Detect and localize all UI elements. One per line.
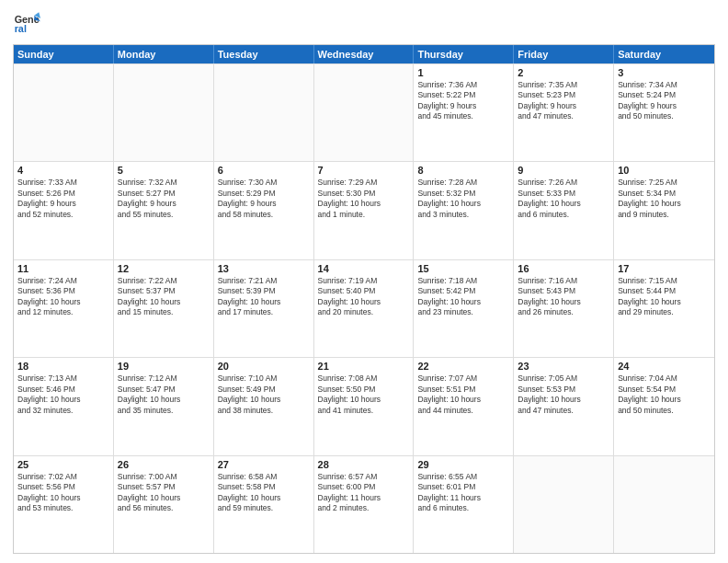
- day-info: Sunrise: 7:24 AM Sunset: 5:36 PM Dayligh…: [17, 276, 109, 318]
- day-info: Sunrise: 6:55 AM Sunset: 6:01 PM Dayligh…: [417, 472, 509, 514]
- day-number: 16: [518, 263, 609, 274]
- calendar-cell: 27Sunrise: 6:58 AM Sunset: 5:58 PM Dayli…: [214, 456, 314, 553]
- day-number: 11: [17, 263, 109, 274]
- calendar-cell: [14, 64, 114, 161]
- calendar-cell: 6Sunrise: 7:30 AM Sunset: 5:29 PM Daylig…: [214, 162, 314, 259]
- calendar-cell: 9Sunrise: 7:26 AM Sunset: 5:33 PM Daylig…: [514, 162, 614, 259]
- day-info: Sunrise: 6:57 AM Sunset: 6:00 PM Dayligh…: [318, 472, 410, 514]
- day-info: Sunrise: 7:04 AM Sunset: 5:54 PM Dayligh…: [618, 373, 711, 416]
- day-number: 3: [618, 67, 711, 78]
- calendar-row: 25Sunrise: 7:02 AM Sunset: 5:56 PM Dayli…: [14, 455, 714, 553]
- day-number: 9: [518, 165, 609, 176]
- weekday-header: Monday: [114, 45, 214, 63]
- weekday-header: Tuesday: [214, 45, 314, 63]
- calendar-cell: 7Sunrise: 7:29 AM Sunset: 5:30 PM Daylig…: [314, 162, 415, 259]
- weekday-header: Friday: [514, 45, 614, 63]
- day-info: Sunrise: 7:30 AM Sunset: 5:29 PM Dayligh…: [218, 178, 310, 220]
- day-number: 8: [417, 165, 509, 176]
- day-number: 5: [118, 165, 210, 176]
- day-number: 27: [218, 459, 310, 470]
- day-info: Sunrise: 7:18 AM Sunset: 5:42 PM Dayligh…: [417, 276, 509, 318]
- calendar-cell: 26Sunrise: 7:00 AM Sunset: 5:57 PM Dayli…: [114, 456, 214, 553]
- day-info: Sunrise: 7:32 AM Sunset: 5:27 PM Dayligh…: [118, 178, 210, 220]
- day-info: Sunrise: 7:36 AM Sunset: 5:22 PM Dayligh…: [417, 80, 509, 122]
- day-info: Sunrise: 7:34 AM Sunset: 5:24 PM Dayligh…: [618, 80, 711, 122]
- calendar-body: 1Sunrise: 7:36 AM Sunset: 5:22 PM Daylig…: [14, 63, 714, 553]
- day-number: 17: [618, 263, 711, 274]
- calendar-cell: 4Sunrise: 7:33 AM Sunset: 5:26 PM Daylig…: [14, 162, 114, 259]
- svg-text:ral: ral: [15, 23, 27, 34]
- day-info: Sunrise: 7:13 AM Sunset: 5:46 PM Dayligh…: [17, 373, 109, 416]
- day-info: Sunrise: 6:58 AM Sunset: 5:58 PM Dayligh…: [218, 472, 310, 514]
- calendar-cell: 10Sunrise: 7:25 AM Sunset: 5:34 PM Dayli…: [614, 162, 714, 259]
- calendar-cell: 23Sunrise: 7:05 AM Sunset: 5:53 PM Dayli…: [514, 358, 614, 454]
- calendar-cell: [314, 64, 415, 161]
- calendar-cell: 16Sunrise: 7:16 AM Sunset: 5:43 PM Dayli…: [514, 260, 614, 357]
- calendar-row: 1Sunrise: 7:36 AM Sunset: 5:22 PM Daylig…: [14, 63, 714, 161]
- day-number: 19: [118, 361, 210, 372]
- day-info: Sunrise: 7:10 AM Sunset: 5:49 PM Dayligh…: [218, 373, 310, 416]
- calendar-cell: 2Sunrise: 7:35 AM Sunset: 5:23 PM Daylig…: [514, 64, 614, 161]
- day-number: 20: [218, 361, 310, 372]
- day-info: Sunrise: 7:19 AM Sunset: 5:40 PM Dayligh…: [318, 276, 410, 318]
- calendar-cell: 8Sunrise: 7:28 AM Sunset: 5:32 PM Daylig…: [414, 162, 514, 259]
- calendar-cell: 15Sunrise: 7:18 AM Sunset: 5:42 PM Dayli…: [414, 260, 514, 357]
- calendar-header: SundayMondayTuesdayWednesdayThursdayFrid…: [14, 45, 714, 63]
- calendar-row: 18Sunrise: 7:13 AM Sunset: 5:46 PM Dayli…: [14, 357, 714, 454]
- calendar-cell: [114, 64, 214, 161]
- day-info: Sunrise: 7:21 AM Sunset: 5:39 PM Dayligh…: [218, 276, 310, 318]
- calendar-cell: 29Sunrise: 6:55 AM Sunset: 6:01 PM Dayli…: [414, 456, 514, 553]
- day-info: Sunrise: 7:26 AM Sunset: 5:33 PM Dayligh…: [518, 178, 609, 220]
- day-info: Sunrise: 7:08 AM Sunset: 5:50 PM Dayligh…: [318, 373, 410, 416]
- day-info: Sunrise: 7:22 AM Sunset: 5:37 PM Dayligh…: [118, 276, 210, 318]
- day-number: 10: [618, 165, 711, 176]
- calendar-row: 4Sunrise: 7:33 AM Sunset: 5:26 PM Daylig…: [14, 161, 714, 259]
- calendar-cell: 19Sunrise: 7:12 AM Sunset: 5:47 PM Dayli…: [114, 358, 214, 454]
- calendar-cell: [214, 64, 314, 161]
- calendar-cell: [614, 456, 714, 553]
- day-info: Sunrise: 7:35 AM Sunset: 5:23 PM Dayligh…: [518, 80, 609, 122]
- day-number: 26: [118, 459, 210, 470]
- day-number: 28: [318, 459, 410, 470]
- day-info: Sunrise: 7:05 AM Sunset: 5:53 PM Dayligh…: [518, 373, 609, 416]
- day-number: 7: [318, 165, 410, 176]
- calendar-cell: 1Sunrise: 7:36 AM Sunset: 5:22 PM Daylig…: [414, 64, 514, 161]
- calendar-cell: 13Sunrise: 7:21 AM Sunset: 5:39 PM Dayli…: [214, 260, 314, 357]
- calendar-cell: 28Sunrise: 6:57 AM Sunset: 6:00 PM Dayli…: [314, 456, 415, 553]
- day-info: Sunrise: 7:00 AM Sunset: 5:57 PM Dayligh…: [118, 472, 210, 514]
- day-info: Sunrise: 7:15 AM Sunset: 5:44 PM Dayligh…: [618, 276, 711, 318]
- calendar-cell: 20Sunrise: 7:10 AM Sunset: 5:49 PM Dayli…: [214, 358, 314, 454]
- day-info: Sunrise: 7:33 AM Sunset: 5:26 PM Dayligh…: [17, 178, 109, 220]
- day-number: 13: [218, 263, 310, 274]
- weekday-header: Sunday: [14, 45, 114, 63]
- calendar-cell: 21Sunrise: 7:08 AM Sunset: 5:50 PM Dayli…: [314, 358, 415, 454]
- day-number: 21: [318, 361, 410, 372]
- day-number: 6: [218, 165, 310, 176]
- calendar-cell: 11Sunrise: 7:24 AM Sunset: 5:36 PM Dayli…: [14, 260, 114, 357]
- day-info: Sunrise: 7:25 AM Sunset: 5:34 PM Dayligh…: [618, 178, 711, 220]
- day-info: Sunrise: 7:29 AM Sunset: 5:30 PM Dayligh…: [318, 178, 410, 220]
- day-number: 24: [618, 361, 711, 372]
- day-number: 22: [417, 361, 509, 372]
- day-info: Sunrise: 7:07 AM Sunset: 5:51 PM Dayligh…: [417, 373, 509, 416]
- calendar: SundayMondayTuesdayWednesdayThursdayFrid…: [13, 44, 715, 554]
- logo: Gene ral: [13, 9, 44, 37]
- day-number: 2: [518, 67, 609, 78]
- day-info: Sunrise: 7:02 AM Sunset: 5:56 PM Dayligh…: [17, 472, 109, 514]
- day-number: 23: [518, 361, 609, 372]
- logo-icon: Gene ral: [13, 9, 40, 37]
- weekday-header: Saturday: [614, 45, 714, 63]
- day-number: 1: [417, 67, 509, 78]
- day-info: Sunrise: 7:12 AM Sunset: 5:47 PM Dayligh…: [118, 373, 210, 416]
- calendar-cell: 3Sunrise: 7:34 AM Sunset: 5:24 PM Daylig…: [614, 64, 714, 161]
- calendar-cell: 25Sunrise: 7:02 AM Sunset: 5:56 PM Dayli…: [14, 456, 114, 553]
- calendar-row: 11Sunrise: 7:24 AM Sunset: 5:36 PM Dayli…: [14, 259, 714, 357]
- calendar-cell: 17Sunrise: 7:15 AM Sunset: 5:44 PM Dayli…: [614, 260, 714, 357]
- calendar-cell: 18Sunrise: 7:13 AM Sunset: 5:46 PM Dayli…: [14, 358, 114, 454]
- day-number: 29: [417, 459, 509, 470]
- calendar-cell: 14Sunrise: 7:19 AM Sunset: 5:40 PM Dayli…: [314, 260, 415, 357]
- day-info: Sunrise: 7:16 AM Sunset: 5:43 PM Dayligh…: [518, 276, 609, 318]
- day-number: 4: [17, 165, 109, 176]
- weekday-header: Wednesday: [314, 45, 415, 63]
- calendar-cell: 24Sunrise: 7:04 AM Sunset: 5:54 PM Dayli…: [614, 358, 714, 454]
